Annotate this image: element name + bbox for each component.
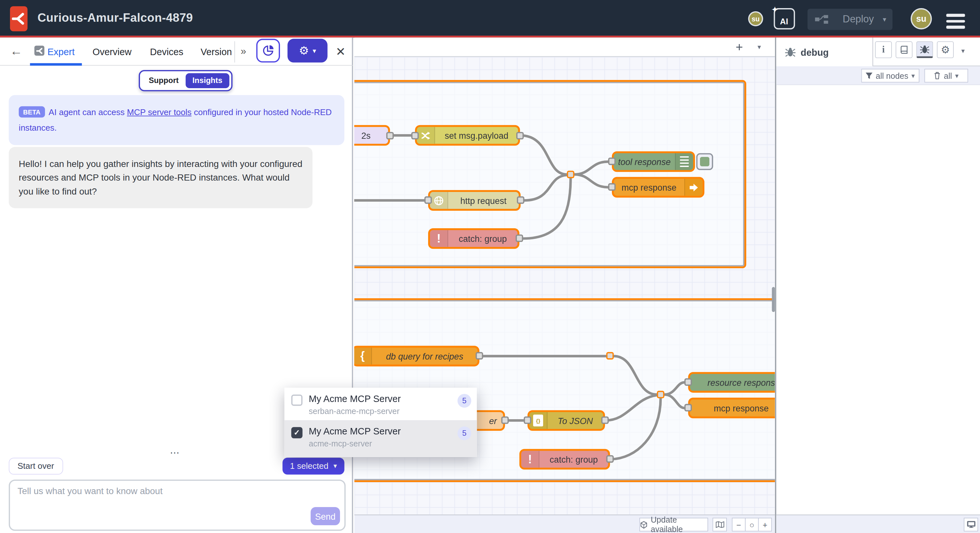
zoom-out-button[interactable]: − bbox=[732, 518, 745, 531]
bug-icon bbox=[785, 47, 795, 57]
flow-node-delay[interactable]: 2s bbox=[354, 125, 390, 146]
send-button[interactable]: Send bbox=[310, 507, 340, 525]
help-panel-button[interactable] bbox=[896, 41, 913, 58]
node-label: db query for recipes bbox=[372, 348, 477, 364]
canvas-scrollbar[interactable] bbox=[772, 287, 775, 312]
input-port[interactable] bbox=[684, 404, 692, 412]
mcp-server-option[interactable]: My Acme MCP Server serban-acme-mcp-serve… bbox=[284, 388, 477, 420]
function-brace-icon: { bbox=[354, 348, 372, 364]
tool-count-badge: 5 bbox=[458, 394, 471, 407]
tab-version[interactable]: Version bbox=[200, 46, 232, 57]
toggle-insights[interactable]: Insights bbox=[186, 73, 229, 88]
wire-junction[interactable] bbox=[606, 352, 614, 359]
tool-count-badge: 5 bbox=[458, 426, 471, 440]
back-arrow-icon[interactable]: ← bbox=[10, 44, 23, 58]
output-port[interactable] bbox=[501, 416, 509, 424]
debug-sidebar: debug i ⚙ ▾ bbox=[775, 38, 980, 533]
user-avatar[interactable]: su bbox=[911, 8, 932, 29]
output-port[interactable] bbox=[516, 132, 524, 139]
output-port[interactable] bbox=[386, 132, 394, 139]
tab-expert[interactable]: Expert bbox=[48, 46, 75, 57]
change-icon bbox=[417, 127, 435, 144]
flow-node-mcp-response-top[interactable]: mcp response bbox=[612, 177, 704, 198]
selected-servers-button[interactable]: 1 selected ▾ bbox=[283, 458, 345, 475]
top-header: Curious-Amur-Falcon-4879 su ✦ AI Deploy … bbox=[0, 0, 980, 38]
main-menu-button[interactable] bbox=[946, 11, 965, 32]
checkbox-checked[interactable]: ✓ bbox=[291, 427, 303, 438]
tab-devices[interactable]: Devices bbox=[150, 46, 183, 57]
chat-input[interactable] bbox=[18, 486, 305, 525]
flow-node-set-msg-payload[interactable]: set msg.payload bbox=[415, 125, 520, 146]
node-red-logo[interactable] bbox=[10, 6, 27, 31]
flow-list-caret-icon[interactable]: ▾ bbox=[757, 43, 761, 51]
wire-junction[interactable] bbox=[567, 171, 574, 178]
debug-tab[interactable]: debug bbox=[776, 38, 873, 67]
server-name: My Acme MCP Server bbox=[309, 393, 401, 404]
node-label: resource respons bbox=[690, 374, 775, 391]
assistant-settings-button[interactable]: ⚙ ▾ bbox=[288, 39, 327, 62]
fullscreen-button[interactable] bbox=[964, 518, 978, 531]
avatar-small[interactable]: su bbox=[748, 11, 763, 26]
filter-nodes-button[interactable]: all nodes ▾ bbox=[861, 69, 920, 82]
ai-assistant-button[interactable]: ✦ AI bbox=[774, 8, 795, 29]
beta-badge: BETA bbox=[19, 106, 45, 118]
input-port[interactable] bbox=[608, 158, 616, 165]
input-port[interactable] bbox=[524, 416, 531, 424]
close-icon[interactable]: ✕ bbox=[336, 45, 346, 59]
input-port[interactable] bbox=[684, 378, 692, 386]
output-port[interactable] bbox=[606, 455, 614, 463]
output-port[interactable] bbox=[517, 196, 524, 204]
flow-node-mcp-response-bottom[interactable]: mcp response bbox=[688, 398, 775, 418]
drag-handle-dots[interactable]: ⋯ bbox=[170, 447, 181, 458]
debug-panel-button[interactable] bbox=[916, 41, 933, 58]
debug-toggle-button[interactable] bbox=[696, 153, 713, 170]
sidebar-caret-icon[interactable]: ▾ bbox=[961, 47, 965, 55]
clear-messages-button[interactable]: all ▾ bbox=[924, 69, 968, 82]
chevron-down-icon: ▾ bbox=[313, 47, 316, 55]
deploy-caret-icon[interactable]: ▾ bbox=[883, 15, 886, 23]
info-panel-button[interactable]: i bbox=[875, 41, 892, 58]
flow-node-tool-response[interactable]: tool response bbox=[612, 152, 695, 172]
add-flow-button[interactable]: + bbox=[736, 40, 743, 54]
zoom-in-button[interactable]: + bbox=[758, 518, 772, 531]
start-over-button[interactable]: Start over bbox=[9, 458, 63, 475]
minimap-button[interactable] bbox=[713, 518, 727, 531]
input-port[interactable] bbox=[411, 132, 419, 139]
input-port[interactable] bbox=[424, 196, 432, 204]
tab-overflow-icon[interactable]: » bbox=[240, 46, 246, 57]
support-insights-toggle: Support Insights bbox=[139, 70, 232, 91]
settings-panel-button[interactable]: ⚙ bbox=[937, 41, 954, 58]
checkbox-unchecked[interactable] bbox=[291, 394, 303, 406]
tab-divider bbox=[234, 41, 235, 62]
panel-resize-handle[interactable] bbox=[354, 299, 355, 315]
deploy-button[interactable]: Deploy ▾ bbox=[808, 9, 892, 30]
mcp-server-tools-link[interactable]: MCP server tools bbox=[127, 108, 191, 117]
sparkle-icon: ✦ bbox=[771, 4, 779, 14]
flow-node-resource-response[interactable]: resource respons bbox=[688, 372, 775, 393]
node-label: To JSON bbox=[547, 412, 603, 429]
server-id: acme-mcp-server bbox=[309, 439, 372, 448]
output-port[interactable] bbox=[515, 235, 523, 242]
output-port[interactable] bbox=[601, 416, 609, 424]
map-icon bbox=[715, 521, 724, 528]
zoom-reset-button[interactable]: ○ bbox=[745, 518, 759, 531]
toggle-support[interactable]: Support bbox=[142, 73, 186, 88]
flow-canvas: + ▾ bbox=[354, 38, 775, 533]
insights-chart-button[interactable] bbox=[256, 39, 280, 62]
flow-node-db-query[interactable]: { db query for recipes bbox=[354, 346, 479, 366]
flow-node-http-request[interactable]: http request bbox=[428, 190, 520, 211]
wire-junction[interactable] bbox=[657, 391, 664, 398]
mcp-server-option[interactable]: ✓ My Acme MCP Server acme-mcp-server 5 bbox=[284, 420, 477, 457]
debug-toolbar: all nodes ▾ all ▾ bbox=[776, 66, 980, 85]
beta-text-before: AI agent can access bbox=[49, 108, 127, 117]
book-icon bbox=[900, 45, 908, 54]
output-port[interactable] bbox=[476, 352, 483, 359]
flow-node-catch-bottom[interactable]: ! catch: group bbox=[520, 449, 610, 470]
gear-icon: ⚙ bbox=[941, 44, 950, 56]
flow-node-to-json[interactable]: {} To JSON bbox=[528, 410, 605, 431]
input-port[interactable] bbox=[608, 183, 616, 191]
beta-notice: BETAAI agent can access MCP server tools… bbox=[9, 95, 345, 145]
flow-node-catch-top[interactable]: ! catch: group bbox=[428, 228, 520, 249]
update-available-button[interactable]: Update available bbox=[640, 518, 708, 531]
tab-overview[interactable]: Overview bbox=[92, 46, 132, 57]
